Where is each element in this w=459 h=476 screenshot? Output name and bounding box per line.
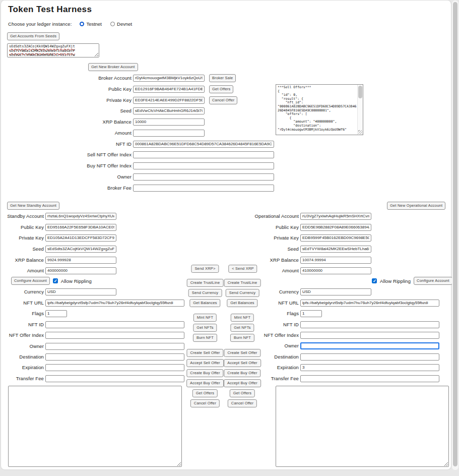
broker-nft-id-input[interactable]	[133, 141, 274, 148]
operational-nft-offer-index-label: NFT Offer Index	[239, 332, 300, 338]
broker-account-input[interactable]	[133, 75, 205, 82]
standby-nft-id-input[interactable]	[45, 321, 184, 328]
standby-accept-buy-offer-button[interactable]: Accept Buy Offer	[186, 379, 224, 387]
standby-seed-input[interactable]	[45, 246, 116, 253]
operational-results-textarea[interactable]	[276, 386, 449, 467]
operational-account-input[interactable]	[300, 213, 371, 220]
operational-allow-rippling-checkbox[interactable]	[372, 278, 377, 283]
get-new-broker-account-button[interactable]: Get New Broker Account	[88, 63, 138, 71]
broker-sale-button[interactable]: Broker Sale	[209, 74, 236, 82]
testnet-radio-label: Testnet	[86, 21, 102, 27]
standby-burn-nft-button[interactable]: Burn NFT	[193, 334, 217, 342]
standby-configure-account-button[interactable]: Configure Account	[11, 277, 50, 285]
operational-nft-id-input[interactable]	[300, 321, 439, 328]
vertical-scrollbar-thumb[interactable]	[453, 2, 457, 466]
standby-results-textarea[interactable]	[8, 386, 182, 467]
standby-xrp-balance-label: XRP Balance	[1, 257, 45, 263]
operational-private-key-input[interactable]	[300, 234, 371, 242]
results-scrollbar-thumb[interactable]	[358, 86, 362, 98]
standby-currency-input[interactable]	[45, 288, 116, 295]
standby-account-row: Standby Account	[1, 212, 116, 220]
get-new-standby-account-button[interactable]: Get New Standby Account	[7, 202, 59, 210]
operational-transfer-fee-input[interactable]	[300, 375, 439, 382]
standby-nft-offer-index-input[interactable]	[45, 332, 184, 339]
operational-nft-url-input[interactable]	[300, 300, 439, 307]
broker-fee-input[interactable]	[133, 185, 274, 192]
broker-results-textarea[interactable]	[276, 85, 363, 135]
operational-flags-input[interactable]	[300, 310, 322, 317]
get-accounts-from-seeds-button[interactable]: Get Accounts From Seeds	[7, 32, 59, 40]
operational-currency-input[interactable]	[300, 288, 371, 295]
standby-cancel-offer-button[interactable]: Cancel Offer	[190, 399, 220, 407]
standby-nft-url-label: NFT URL	[1, 300, 45, 306]
operational-xrp-balance-input[interactable]	[300, 257, 371, 264]
operational-nft-offer-index-input[interactable]	[300, 332, 439, 339]
broker-owner-input[interactable]	[133, 173, 274, 181]
standby-account-input[interactable]	[45, 213, 116, 220]
send-xrp-standby-to-operational-button[interactable]: Send XRP>	[191, 265, 219, 273]
devnet-radio[interactable]	[110, 22, 115, 26]
standby-owner-input[interactable]	[45, 343, 184, 350]
standby-xrp-balance-input[interactable]	[45, 257, 116, 264]
broker-xrp-balance-input[interactable]	[133, 118, 205, 126]
broker-seed-input[interactable]	[133, 107, 205, 114]
standby-allow-rippling-checkbox[interactable]	[53, 278, 58, 283]
operational-expiration-input[interactable]	[300, 364, 439, 371]
standby-send-currency-button[interactable]: Send Currency	[188, 289, 222, 297]
standby-public-key-input[interactable]	[45, 224, 116, 231]
standby-currency-row: Currency	[1, 288, 116, 295]
operational-create-trustline-button[interactable]: Create TrustLine	[224, 279, 261, 287]
standby-get-nfts-button[interactable]: Get NFTs	[193, 324, 217, 332]
broker-sell-offer-index-input[interactable]	[133, 151, 274, 158]
operational-owner-label: Owner	[239, 343, 300, 348]
broker-sell-offer-index-label: Sell NFT Offer Index	[1, 152, 133, 157]
operational-public-key-input[interactable]	[300, 224, 371, 231]
vertical-scrollbar[interactable]	[452, 1, 458, 470]
standby-seed-row: Seed	[1, 245, 116, 253]
operational-currency-label: Currency	[239, 289, 300, 294]
broker-cancel-offer-button[interactable]: Cancel Offer	[209, 96, 237, 104]
operational-destination-input[interactable]	[300, 353, 439, 361]
broker-private-key-input[interactable]	[133, 97, 205, 104]
operational-get-offers-button[interactable]: Get Offers	[230, 389, 255, 397]
standby-create-trustline-button[interactable]: Create TrustLine	[187, 279, 224, 287]
standby-get-offers-button[interactable]: Get Offers	[192, 389, 218, 397]
operational-private-key-label: Private Key	[239, 235, 300, 241]
standby-expiration-input[interactable]	[45, 364, 184, 371]
get-new-operational-account-button[interactable]: Get New Operational Account	[387, 202, 445, 210]
standby-create-sell-offer-button[interactable]: Create Sell Offer	[186, 349, 223, 357]
standby-xrp-balance-row: XRP Balance	[1, 256, 116, 264]
standby-amount-input[interactable]	[45, 267, 116, 274]
operational-amount-input[interactable]	[300, 267, 371, 274]
operational-nft-url-label: NFT URL	[239, 300, 300, 306]
broker-get-offers-button[interactable]: Get Offers	[209, 85, 233, 93]
standby-get-balances-button[interactable]: Get Balances	[189, 299, 220, 307]
broker-amount-input[interactable]	[133, 130, 205, 137]
operational-configure-account-button[interactable]: Configure Account	[414, 277, 452, 285]
standby-nft-offer-index-label: NFT Offer Index	[1, 332, 45, 338]
broker-buy-offer-index-row: Buy NFT Offer Index	[1, 162, 274, 169]
operational-transfer-fee-label: Transfer Fee	[239, 376, 300, 381]
seeds-textarea[interactable]	[7, 43, 99, 57]
results-scrollbar[interactable]	[357, 85, 363, 135]
testnet-radio[interactable]	[80, 22, 84, 26]
standby-create-buy-offer-button[interactable]: Create Buy Offer	[186, 369, 223, 377]
ledger-option-devnet[interactable]: Devnet	[110, 21, 132, 27]
broker-public-key-input[interactable]	[133, 86, 205, 93]
standby-private-key-input[interactable]	[45, 234, 116, 242]
ledger-option-testnet[interactable]: Testnet	[80, 21, 102, 27]
broker-buy-offer-index-input[interactable]	[133, 162, 274, 169]
standby-nft-url-input[interactable]	[45, 300, 184, 307]
standby-accept-sell-offer-button[interactable]: Accept Sell Offer	[186, 359, 224, 367]
standby-owner-label: Owner	[1, 343, 45, 349]
operational-cancel-offer-button[interactable]: Cancel Offer	[228, 399, 257, 407]
standby-transfer-fee-input[interactable]	[45, 375, 184, 382]
operational-account-row: Operational Account	[239, 212, 371, 220]
operational-private-key-row: Private Key	[239, 234, 371, 242]
standby-flags-input[interactable]	[45, 310, 67, 317]
results-resize-handle[interactable]	[358, 130, 362, 134]
operational-seed-input[interactable]	[300, 246, 371, 253]
operational-owner-input[interactable]	[300, 342, 439, 349]
standby-mint-nft-button[interactable]: Mint NFT	[193, 314, 217, 322]
standby-destination-input[interactable]	[45, 353, 184, 361]
